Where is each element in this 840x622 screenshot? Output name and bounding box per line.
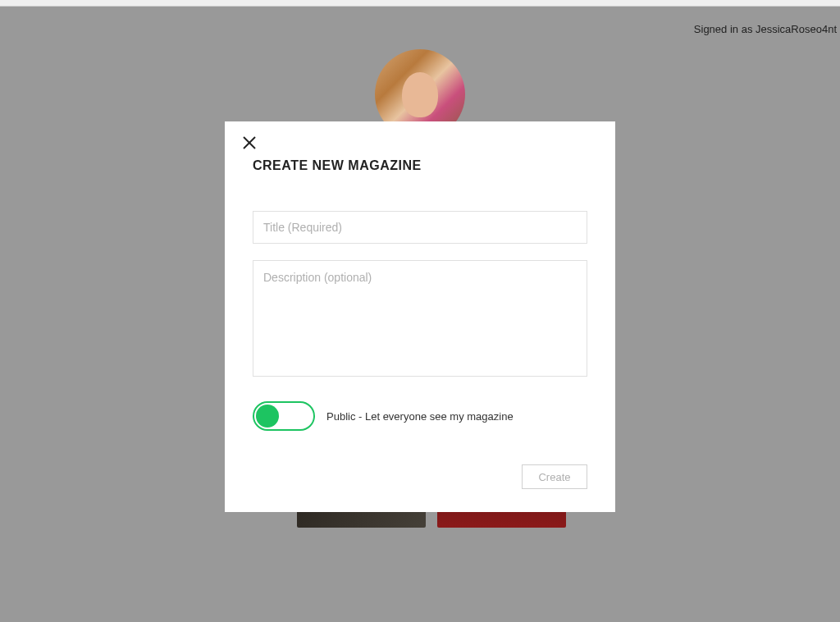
toggle-knob xyxy=(256,405,279,428)
create-button[interactable]: Create xyxy=(522,464,587,489)
public-toggle-label: Public - Let everyone see my magazine xyxy=(326,410,514,423)
description-input[interactable] xyxy=(253,260,587,377)
background-overlay: Signed in as JessicaRoseo4nt CREATE NEW … xyxy=(0,7,840,622)
close-button[interactable] xyxy=(240,133,259,153)
title-input[interactable] xyxy=(253,211,587,244)
public-toggle-row: Public - Let everyone see my magazine xyxy=(253,401,587,431)
close-icon xyxy=(243,136,256,149)
signed-in-label: Signed in as JessicaRoseo4nt xyxy=(694,23,837,35)
create-magazine-modal: CREATE NEW MAGAZINE Public - Let everyon… xyxy=(225,121,615,512)
public-toggle[interactable] xyxy=(253,401,315,431)
top-bar xyxy=(0,0,840,7)
modal-footer: Create xyxy=(522,464,587,489)
modal-title: CREATE NEW MAGAZINE xyxy=(253,158,587,173)
form-container: Public - Let everyone see my magazine xyxy=(253,211,587,431)
